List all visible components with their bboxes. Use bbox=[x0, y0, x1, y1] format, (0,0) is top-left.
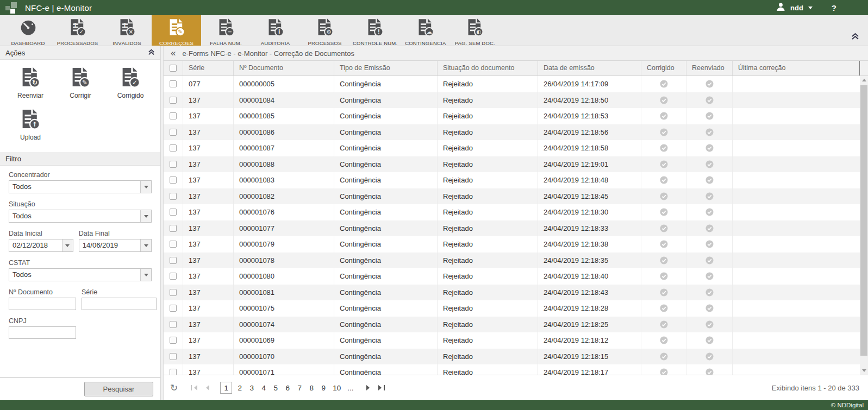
sidebar-collapse-button[interactable]: « bbox=[171, 48, 176, 58]
row-checkbox[interactable] bbox=[170, 369, 177, 375]
row-checkbox[interactable] bbox=[170, 176, 177, 184]
table-row[interactable]: 137000001071ContingênciaRejeitado24/04/2… bbox=[164, 364, 860, 375]
table-row[interactable]: 137000001076ContingênciaRejeitado24/04/2… bbox=[164, 204, 860, 220]
table-row[interactable]: 137000001075ContingênciaRejeitado24/04/2… bbox=[164, 300, 860, 317]
tab-dashboard[interactable]: DASHBOARD bbox=[3, 15, 53, 46]
ribbon-collapse-button[interactable] bbox=[851, 33, 859, 42]
table-row[interactable]: 137000001082ContingênciaRejeitado24/04/2… bbox=[164, 188, 860, 205]
refresh-icon[interactable]: ↻ bbox=[170, 382, 178, 393]
table-row[interactable]: 137000001086ContingênciaRejeitado24/04/2… bbox=[164, 124, 860, 141]
column-header[interactable]: Nº Documento bbox=[234, 61, 334, 75]
cstat-select[interactable]: Todos bbox=[9, 268, 152, 281]
tab-pag-sem-doc-[interactable]: ◐ PAG. SEM DOC. bbox=[450, 15, 499, 46]
serie-input[interactable] bbox=[82, 298, 157, 310]
situacao-select[interactable]: Todos bbox=[9, 210, 152, 223]
concentrador-dropdown-icon[interactable] bbox=[140, 181, 151, 193]
table-row[interactable]: 137000001074ContingênciaRejeitado24/04/2… bbox=[164, 317, 860, 333]
tab-processados[interactable]: ↑ ✓ PROCESSADOS bbox=[53, 15, 102, 46]
cnpj-input[interactable] bbox=[9, 326, 76, 339]
next-page-button[interactable] bbox=[364, 385, 372, 390]
row-checkbox[interactable] bbox=[170, 321, 177, 328]
column-header[interactable]: Última correção bbox=[733, 61, 860, 75]
row-checkbox[interactable] bbox=[170, 97, 177, 104]
row-checkbox[interactable] bbox=[170, 161, 177, 168]
row-checkbox[interactable] bbox=[170, 225, 177, 232]
page-button-1[interactable]: 1 bbox=[220, 382, 232, 394]
tab-auditoria[interactable]: i AUDITORIA bbox=[251, 15, 300, 46]
table-row[interactable]: 077000000005ContingênciaRejeitado26/04/2… bbox=[164, 76, 860, 92]
action-corrigir[interactable]: ✎ Corrigir bbox=[55, 66, 105, 99]
table-row[interactable]: 137000001079ContingênciaRejeitado24/04/2… bbox=[164, 236, 860, 253]
table-row[interactable]: 137000001078ContingênciaRejeitado24/04/2… bbox=[164, 253, 860, 269]
help-button[interactable]: ? bbox=[832, 3, 836, 12]
data-inicial-picker[interactable]: 02/12/2018 bbox=[9, 239, 73, 252]
table-row[interactable]: 137000001084ContingênciaRejeitado24/04/2… bbox=[164, 92, 860, 109]
cstat-dropdown-icon[interactable] bbox=[140, 269, 151, 281]
page-button-4[interactable]: 4 bbox=[259, 383, 268, 393]
first-page-button[interactable] bbox=[189, 385, 199, 390]
actions-collapse-icon[interactable] bbox=[148, 49, 155, 57]
row-checkbox[interactable] bbox=[170, 305, 177, 312]
page-button-5[interactable]: 5 bbox=[271, 383, 280, 393]
tab-conting-ncia[interactable]: ☁ CONTINGÊNCIA bbox=[401, 15, 450, 46]
tab-controle-num-[interactable]: ! CONTROLE NUM. bbox=[349, 15, 401, 46]
tab-falha-num-[interactable]: − FALHA NUM. bbox=[201, 15, 251, 46]
row-checkbox[interactable] bbox=[170, 353, 177, 360]
tab-inv-lidos[interactable]: ↑ × INVÁLIDOS bbox=[102, 15, 152, 46]
column-header[interactable]: Situação do documento bbox=[438, 61, 538, 75]
row-checkbox[interactable] bbox=[170, 80, 177, 87]
table-row[interactable]: 137000001081ContingênciaRejeitado24/04/2… bbox=[164, 285, 860, 301]
action-upload[interactable]: ↑ Upload bbox=[5, 108, 55, 141]
column-header[interactable]: Corrigido bbox=[641, 61, 686, 75]
user-menu[interactable]: ndd bbox=[790, 4, 803, 12]
tab-corre-es[interactable]: ✎ CORREÇÕES bbox=[152, 15, 201, 46]
action-corrigido[interactable]: ✓ Corrigido bbox=[105, 66, 155, 99]
table-row[interactable]: 137000001070ContingênciaRejeitado24/04/2… bbox=[164, 349, 860, 365]
page-button-6[interactable]: 6 bbox=[283, 383, 292, 393]
select-all-checkbox[interactable] bbox=[170, 65, 177, 72]
table-row[interactable]: 137000001080ContingênciaRejeitado24/04/2… bbox=[164, 268, 860, 285]
data-inicial-dropdown-icon[interactable] bbox=[62, 239, 73, 251]
row-checkbox[interactable] bbox=[170, 144, 177, 152]
data-final-dropdown-icon[interactable] bbox=[140, 239, 151, 251]
column-header[interactable]: Série bbox=[183, 61, 234, 75]
page-button-2[interactable]: 2 bbox=[235, 383, 244, 393]
prev-page-button[interactable] bbox=[204, 385, 211, 390]
page-button-9[interactable]: 9 bbox=[319, 383, 328, 393]
situacao-dropdown-icon[interactable] bbox=[140, 210, 151, 222]
table-row[interactable]: 137000001088ContingênciaRejeitado24/04/2… bbox=[164, 156, 860, 173]
user-menu-caret-icon[interactable] bbox=[808, 7, 813, 11]
row-checkbox[interactable] bbox=[170, 129, 177, 136]
row-checkbox[interactable] bbox=[170, 257, 177, 264]
row-checkbox-cell bbox=[164, 172, 183, 188]
num-documento-input[interactable] bbox=[9, 298, 76, 310]
table-row[interactable]: 137000001083ContingênciaRejeitado24/04/2… bbox=[164, 172, 860, 188]
concentrador-select[interactable]: Todos bbox=[9, 180, 152, 193]
row-checkbox[interactable] bbox=[170, 289, 177, 296]
table-row[interactable]: 137000001069ContingênciaRejeitado24/04/2… bbox=[164, 332, 860, 349]
scroll-down-button[interactable] bbox=[860, 367, 868, 375]
row-checkbox[interactable] bbox=[170, 193, 177, 200]
row-checkbox[interactable] bbox=[170, 209, 177, 216]
page-button-3[interactable]: 3 bbox=[247, 383, 256, 393]
scroll-up-button[interactable] bbox=[860, 76, 868, 84]
column-header[interactable]: Reenviado bbox=[686, 61, 733, 75]
action-reenviar[interactable]: ↻ Reenviar bbox=[5, 66, 55, 99]
table-row[interactable]: 137000001085ContingênciaRejeitado24/04/2… bbox=[164, 108, 860, 124]
page-button-8[interactable]: 8 bbox=[307, 383, 316, 393]
table-row[interactable]: 137000001087ContingênciaRejeitado24/04/2… bbox=[164, 140, 860, 156]
page-button-10[interactable]: 10 bbox=[331, 383, 342, 393]
column-header[interactable]: Tipo de Emissão bbox=[334, 61, 438, 75]
data-final-picker[interactable]: 14/06/2019 bbox=[79, 239, 152, 252]
row-checkbox[interactable] bbox=[170, 337, 177, 344]
page-button-7[interactable]: 7 bbox=[295, 383, 304, 393]
pesquisar-button[interactable]: Pesquisar bbox=[84, 382, 153, 396]
tab-processos[interactable]: ⚙ PROCESSOS bbox=[300, 15, 349, 46]
last-page-button[interactable] bbox=[376, 385, 387, 390]
row-checkbox[interactable] bbox=[170, 273, 177, 280]
row-checkbox[interactable] bbox=[170, 112, 177, 119]
scrollbar-thumb[interactable] bbox=[860, 85, 867, 356]
row-checkbox[interactable] bbox=[170, 241, 177, 248]
column-header[interactable]: Data de emissão bbox=[538, 61, 641, 75]
table-row[interactable]: 137000001077ContingênciaRejeitado24/04/2… bbox=[164, 220, 860, 237]
